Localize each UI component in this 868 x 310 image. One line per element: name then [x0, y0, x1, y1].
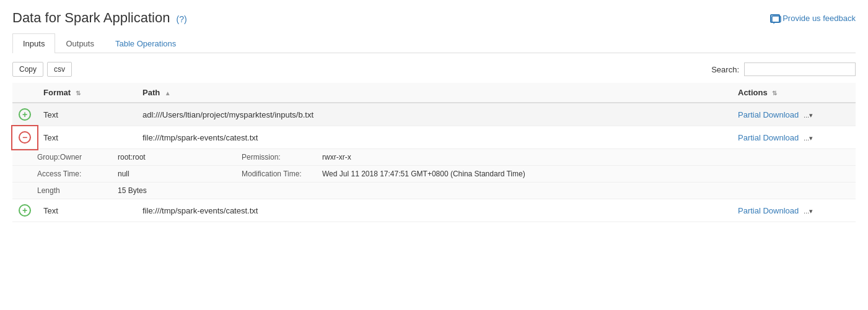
chat-icon — [770, 14, 780, 23]
table-body: + Text adl:///Users/ltian/project/myspar… — [12, 103, 856, 222]
row-3-expand-icon[interactable]: + — [19, 204, 31, 217]
access-value: null — [118, 170, 242, 178]
row-2-expand-cell: − — [12, 126, 37, 149]
row-2-path: file:///tmp/spark-events/catest.txt — [136, 126, 732, 149]
toolbar: Copy csv Search: — [12, 62, 856, 77]
col-actions-label: Actions — [738, 88, 768, 97]
feedback-label: Provide us feedback — [783, 14, 856, 23]
row-2-expanded-cell-2: Access Time: null Modification Time: Wed… — [12, 166, 856, 183]
table-row: + Text file:///tmp/spark-events/catest.t… — [12, 199, 856, 222]
col-format-label: Format — [43, 88, 71, 97]
permission-label: Permission: — [242, 153, 322, 161]
copy-button[interactable]: Copy — [12, 62, 43, 77]
modification-label: Modification Time: — [242, 170, 322, 178]
path-sort-icon[interactable]: ▲ — [165, 90, 171, 97]
col-path-label: Path — [142, 88, 160, 97]
actions-sort-icon[interactable]: ⇅ — [772, 90, 777, 97]
row-1-expand-cell: + — [12, 103, 37, 126]
toolbar-right: Search: — [711, 62, 856, 76]
row-2-collapse-icon[interactable]: − — [19, 131, 31, 144]
group-label: Group:Owner — [37, 153, 118, 161]
page-header: Data for Spark Application (?) Provide u… — [12, 10, 856, 26]
row-1-format: Text — [37, 103, 136, 126]
row-2-dropdown[interactable]: ...▾ — [804, 134, 813, 142]
col-header-path: Path ▲ — [136, 83, 732, 103]
row-2-expanded-info-2: Access Time: null Modification Time: Wed… — [12, 166, 856, 183]
access-label: Access Time: — [37, 170, 118, 178]
svg-rect-0 — [772, 16, 781, 22]
help-icon[interactable]: (?) — [177, 14, 187, 24]
row-2-actions: Partial Download ...▾ — [732, 126, 856, 149]
toolbar-left: Copy csv — [12, 62, 72, 77]
csv-button[interactable]: csv — [47, 62, 72, 77]
title-text: Data for Spark Application — [12, 10, 170, 25]
tab-table-operations[interactable]: Table Operations — [105, 33, 186, 53]
feedback-link[interactable]: Provide us feedback — [770, 14, 856, 23]
tab-inputs[interactable]: Inputs — [12, 33, 55, 53]
col-header-expand — [12, 83, 37, 103]
page-title: Data for Spark Application (?) — [12, 10, 187, 26]
row-1-dropdown[interactable]: ...▾ — [804, 111, 813, 119]
row-2-format: Text — [37, 126, 136, 149]
row-2-expanded-cell-1: Group:Owner root:root Permission: rwxr-x… — [12, 149, 856, 166]
row-3-expand-cell: + — [12, 199, 37, 222]
row-3-partial-download[interactable]: Partial Download — [738, 206, 799, 215]
table-header: Format ⇅ Path ▲ Actions ⇅ — [12, 83, 856, 103]
length-label: Length — [37, 186, 118, 195]
row-1-expand-icon[interactable]: + — [19, 108, 31, 121]
tab-outputs[interactable]: Outputs — [55, 33, 105, 53]
row-3-format: Text — [37, 199, 136, 222]
tabs-bar: Inputs Outputs Table Operations — [12, 33, 856, 53]
row-2-expanded-cell-3: Length 15 Bytes — [12, 183, 856, 199]
row-1-path: adl:///Users/ltian/project/mysparktest/i… — [136, 103, 732, 126]
search-input[interactable] — [744, 62, 856, 76]
row-3-dropdown[interactable]: ...▾ — [804, 207, 813, 215]
row-2-partial-download[interactable]: Partial Download — [738, 133, 799, 142]
col-header-format: Format ⇅ — [37, 83, 136, 103]
format-sort-icon[interactable]: ⇅ — [76, 90, 81, 97]
row-2-expanded-info-1: Group:Owner root:root Permission: rwxr-x… — [12, 149, 856, 166]
search-label: Search: — [711, 65, 739, 74]
modification-value: Wed Jul 11 2018 17:47:51 GMT+0800 (China… — [322, 170, 849, 178]
row-1-partial-download[interactable]: Partial Download — [738, 110, 799, 119]
table-row: + Text adl:///Users/ltian/project/myspar… — [12, 103, 856, 126]
row-3-path: file:///tmp/spark-events/catest.txt — [136, 199, 732, 222]
permission-value: rwxr-xr-x — [322, 153, 849, 161]
length-value: 15 Bytes — [118, 186, 242, 195]
page-wrapper: Data for Spark Application (?) Provide u… — [0, 0, 868, 222]
row-3-actions: Partial Download ...▾ — [732, 199, 856, 222]
table-row: − Text file:///tmp/spark-events/catest.t… — [12, 126, 856, 149]
row-2-expanded-info-3: Length 15 Bytes — [12, 183, 856, 199]
group-value: root:root — [118, 153, 242, 161]
row-1-actions: Partial Download ...▾ — [732, 103, 856, 126]
col-header-actions: Actions ⇅ — [732, 83, 856, 103]
data-table: Format ⇅ Path ▲ Actions ⇅ + Text — [12, 83, 856, 222]
